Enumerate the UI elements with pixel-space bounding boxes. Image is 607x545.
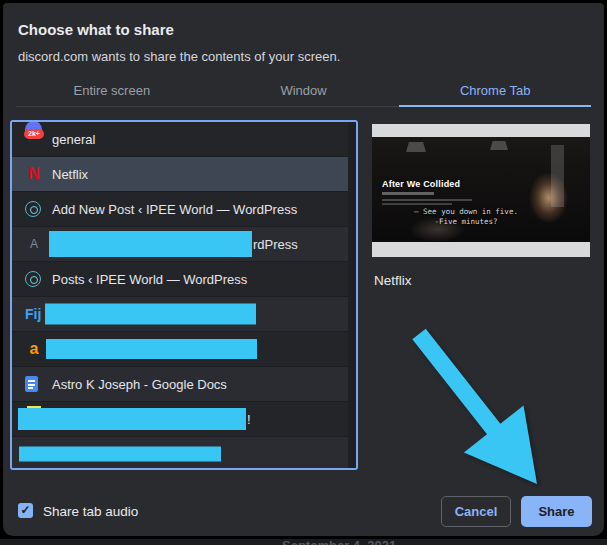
tab-title: !: [247, 412, 251, 427]
share-dialog: Choose what to share discord.com wants t…: [3, 3, 604, 536]
redaction-box: [46, 339, 257, 359]
tab-list-item[interactable]: Astro K Joseph - Google Docs: [12, 367, 356, 402]
redaction-box: [19, 447, 221, 462]
tab-window[interactable]: Window: [208, 80, 400, 107]
cancel-button[interactable]: Cancel: [441, 496, 511, 527]
background-date-text: September 4, 2021: [282, 538, 396, 545]
preview-browser-bar-top: [372, 124, 590, 137]
tab-list[interactable]: 2k+generalNNetflixAdd New Post ‹ IPEE Wo…: [10, 120, 358, 470]
subtitle-line: -Five minutes?: [372, 217, 560, 227]
redaction-box: [45, 304, 256, 325]
movie-meta-bar: [382, 192, 434, 195]
tab-list-item[interactable]: Posts ‹ IPEE World — WordPress: [12, 262, 356, 297]
dialog-subtitle: discord.com wants to share the contents …: [18, 49, 340, 64]
annotation-arrow-icon: [397, 316, 547, 492]
redaction-box: [49, 231, 252, 257]
tab-list-item[interactable]: ArdPress: [12, 227, 356, 262]
tab-title: rdPress: [253, 237, 298, 252]
preview-caption: Netflix: [374, 273, 412, 288]
netflix-icon: N: [25, 165, 43, 183]
lamp-shape: [406, 142, 426, 152]
tab-list-item[interactable]: a: [12, 332, 356, 367]
amazon-icon: a: [25, 340, 43, 358]
redaction-box: [18, 408, 246, 430]
subtitle-line: – See you down in five.: [372, 207, 560, 217]
movie-title: After We Collided: [382, 179, 460, 189]
share-tab-audio-checkbox[interactable]: ✓: [18, 503, 33, 518]
tab-list-item[interactable]: NNetflix: [12, 157, 356, 192]
gdocs-icon: [25, 376, 38, 392]
share-button[interactable]: Share: [521, 496, 592, 527]
movie-desc-bar: [382, 203, 452, 205]
tab-entire-screen[interactable]: Entire screen: [16, 80, 208, 107]
tab-chrome-tab[interactable]: Chrome Tab: [399, 80, 591, 107]
tab-title: general: [52, 132, 95, 147]
dialog-title: Choose what to share: [18, 21, 174, 38]
scrollbar-gutter[interactable]: [348, 122, 356, 468]
tab-list-item[interactable]: Fij: [12, 297, 356, 332]
tab-title: Posts ‹ IPEE World — WordPress: [52, 272, 247, 287]
tab-title: Netflix: [52, 167, 88, 182]
tab-list-item[interactable]: !: [12, 402, 356, 437]
tab-title: Astro K Joseph - Google Docs: [52, 377, 227, 392]
tab-title: Add New Post ‹ IPEE World — WordPress: [52, 202, 297, 217]
tab-list-item[interactable]: Add New Post ‹ IPEE World — WordPress: [12, 192, 356, 227]
tab-preview-thumbnail: After We Collided – See you down in five…: [372, 124, 590, 257]
preview-movie-frame: After We Collided – See you down in five…: [372, 137, 590, 242]
share-tab-audio-label: Share tab audio: [43, 504, 138, 519]
movie-desc-bar: [382, 199, 472, 201]
wordpress-icon: [25, 201, 41, 217]
preview-browser-bar-bottom: [372, 242, 590, 257]
source-tabs: Entire screen Window Chrome Tab: [16, 80, 591, 107]
text-fij-icon: Fij: [25, 306, 43, 322]
background-page-strip: September 4, 2021: [0, 537, 607, 545]
lamp-shape: [490, 141, 508, 150]
wordpress-icon: [25, 271, 41, 287]
tab-list-item[interactable]: 2k+general: [12, 122, 356, 157]
doorframe-shape: [551, 145, 564, 207]
discord-badge-icon: 2k+: [25, 130, 43, 148]
letter-a-grey-icon: A: [25, 237, 43, 251]
movie-subtitles: – See you down in five. -Five minutes?: [372, 207, 560, 227]
tab-list-item[interactable]: [12, 437, 356, 470]
